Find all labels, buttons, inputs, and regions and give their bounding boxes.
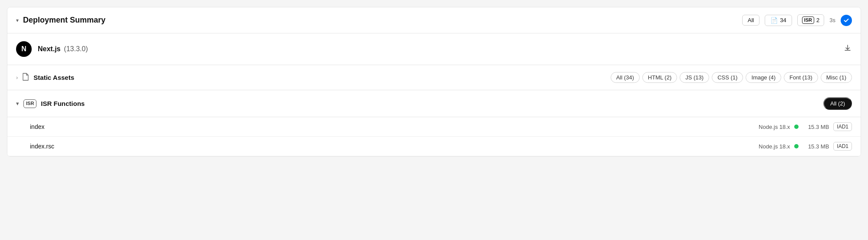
region-badge-index: IAD1 [833,122,852,131]
file-count-button[interactable]: 📄 34 [765,15,792,26]
nextjs-logo: N [16,41,32,57]
all-filter-button[interactable]: All [742,15,760,26]
status-dot-index [794,125,799,129]
filter-html-chip[interactable]: HTML (2) [642,72,677,83]
file-icon [22,73,29,82]
isr-badge-header: ISR [802,16,814,24]
page-title: Deployment Summary [23,16,105,25]
region-badge-index-rsc: IAD1 [833,142,852,151]
function-right-index: Node.js 18.x 15.3 MB IAD1 [759,122,852,131]
function-name-index-rsc: index.rsc [30,143,759,150]
assets-left: › Static Assets [16,73,605,82]
filter-misc-chip[interactable]: Misc (1) [821,72,852,83]
deployment-summary-container: ▾ Deployment Summary All 📄 34 ISR 2 3s N [7,7,861,157]
nextjs-left: N Next.js (13.3.0) [16,41,843,57]
function-row: index Node.js 18.x 15.3 MB IAD1 [7,117,861,137]
runtime-text-index-rsc: Node.js 18.x [759,143,790,150]
isr-badge: ISR [23,99,36,108]
assets-expand-icon[interactable]: › [16,74,18,81]
filter-js-chip[interactable]: JS (13) [680,72,709,83]
filter-all-chip[interactable]: All (34) [611,72,640,83]
isr-functions-title: ISR Functions [41,100,85,107]
download-icon[interactable] [843,44,852,55]
isr-header-left: ▾ ISR ISR Functions [16,99,818,108]
success-check-badge [841,15,852,26]
filter-css-chip[interactable]: CSS (1) [712,72,743,83]
nextjs-row: N Next.js (13.3.0) [7,33,861,65]
timer-text: 3s [829,17,835,23]
header-right: All 📄 34 ISR 2 3s [742,14,852,26]
size-text-index-rsc: 15.3 MB [803,143,829,150]
size-text-index: 15.3 MB [803,124,829,130]
file-count-label: 34 [780,17,786,23]
nextjs-title: Next.js [38,45,60,53]
runtime-text-index: Node.js 18.x [759,124,790,130]
function-row: index.rsc Node.js 18.x 15.3 MB IAD1 [7,137,861,156]
file-icon-header: 📄 [770,17,778,24]
nextjs-version: (13.3.0) [64,45,88,53]
isr-count-button[interactable]: ISR 2 [797,14,825,26]
status-dot-index-rsc [794,144,799,148]
isr-count-label: 2 [816,17,819,23]
assets-filters: All (34) HTML (2) JS (13) CSS (1) Image … [611,72,852,83]
isr-all-button[interactable]: All (2) [823,97,852,110]
function-right-index-rsc: Node.js 18.x 15.3 MB IAD1 [759,142,852,151]
filter-image-chip[interactable]: Image (4) [746,72,781,83]
filter-font-chip[interactable]: Font (13) [784,72,818,83]
collapse-chevron-icon[interactable]: ▾ [16,17,19,23]
static-assets-row: › Static Assets All (34) HTML (2) JS (13… [7,65,861,90]
isr-collapse-icon[interactable]: ▾ [16,100,19,107]
header-left: ▾ Deployment Summary [16,16,742,25]
static-assets-title: Static Assets [33,74,74,81]
function-name-index: index [30,123,759,130]
isr-functions-section: ▾ ISR ISR Functions All (2) index Node.j… [7,90,861,156]
header-row: ▾ Deployment Summary All 📄 34 ISR 2 3s [7,7,861,33]
isr-header-row: ▾ ISR ISR Functions All (2) [7,90,861,117]
